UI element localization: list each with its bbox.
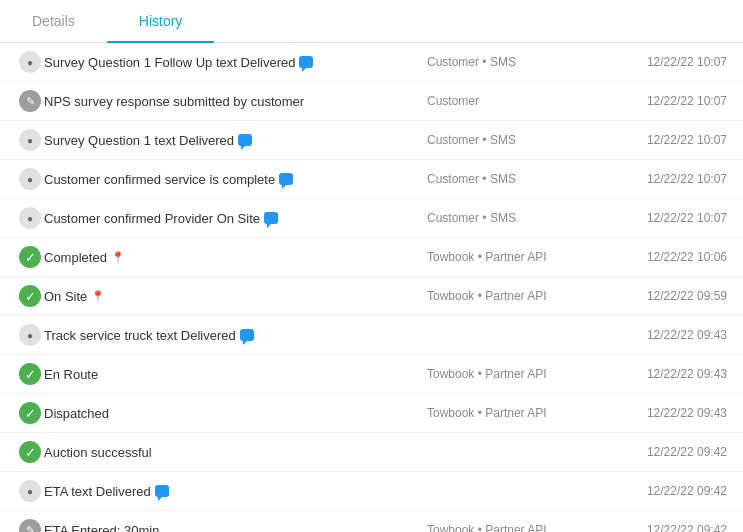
event-label: Auction successful (44, 445, 152, 460)
event-name: ETA text Delivered (44, 484, 427, 499)
event-label: Survey Question 1 text Delivered (44, 133, 234, 148)
event-label: On Site (44, 289, 87, 304)
row-icon-col: ● (16, 168, 44, 190)
event-label: ETA Entered: 30min (44, 523, 159, 533)
check-icon: ✓ (19, 246, 41, 268)
event-time: 12/22/22 09:43 (607, 328, 727, 342)
row-icon-col: ✎ (16, 90, 44, 112)
event-time: 12/22/22 09:43 (607, 367, 727, 381)
row-icon-col: ✓ (16, 285, 44, 307)
event-label: Customer confirmed Provider On Site (44, 211, 260, 226)
chat-icon: ● (19, 129, 41, 151)
event-time: 12/22/22 09:43 (607, 406, 727, 420)
chat-icon: ● (19, 480, 41, 502)
history-row: ●Survey Question 1 text DeliveredCustome… (0, 121, 743, 160)
row-icon-col: ● (16, 324, 44, 346)
history-row: ●Track service truck text Delivered12/22… (0, 316, 743, 355)
event-time: 12/22/22 09:42 (607, 523, 727, 532)
event-name: En Route (44, 367, 427, 382)
history-row: ✓On Site📍Towbook • Partner API12/22/22 0… (0, 277, 743, 316)
row-icon-col: ● (16, 480, 44, 502)
chat-bubble-icon (299, 56, 313, 68)
event-source: Customer • SMS (427, 55, 607, 69)
event-source: Towbook • Partner API (427, 523, 607, 532)
event-label: Survey Question 1 Follow Up text Deliver… (44, 55, 295, 70)
event-label: Customer confirmed service is complete (44, 172, 275, 187)
pencil-icon: ✎ (19, 519, 41, 532)
chat-icon: ● (19, 324, 41, 346)
event-name: Completed📍 (44, 250, 427, 265)
pin-icon: 📍 (91, 290, 105, 303)
chat-bubble-icon (238, 134, 252, 146)
event-source: Customer • SMS (427, 172, 607, 186)
chat-icon: ● (19, 207, 41, 229)
event-time: 12/22/22 10:07 (607, 211, 727, 225)
event-time: 12/22/22 10:07 (607, 172, 727, 186)
event-name: On Site📍 (44, 289, 427, 304)
check-icon: ✓ (19, 441, 41, 463)
event-time: 12/22/22 09:59 (607, 289, 727, 303)
event-source: Towbook • Partner API (427, 250, 607, 264)
event-name: Survey Question 1 text Delivered (44, 133, 427, 148)
event-name: NPS survey response submitted by custome… (44, 94, 427, 109)
event-source: Towbook • Partner API (427, 289, 607, 303)
tab-details[interactable]: Details (0, 1, 107, 43)
chat-icon: ● (19, 168, 41, 190)
row-icon-col: ● (16, 129, 44, 151)
pencil-icon: ✎ (19, 90, 41, 112)
event-time: 12/22/22 09:42 (607, 445, 727, 459)
row-icon-col: ● (16, 207, 44, 229)
row-icon-col: ✓ (16, 441, 44, 463)
event-name: ETA Entered: 30min (44, 523, 427, 533)
row-icon-col: ✎ (16, 519, 44, 532)
event-label: Dispatched (44, 406, 109, 421)
event-name: Dispatched (44, 406, 427, 421)
event-label: Completed (44, 250, 107, 265)
event-name: Survey Question 1 Follow Up text Deliver… (44, 55, 427, 70)
event-name: Customer confirmed service is complete (44, 172, 427, 187)
row-icon-col: ● (16, 51, 44, 73)
event-label: ETA text Delivered (44, 484, 151, 499)
chat-icon: ● (19, 51, 41, 73)
event-source: Towbook • Partner API (427, 367, 607, 381)
history-row: ●Customer confirmed Provider On SiteCust… (0, 199, 743, 238)
check-icon: ✓ (19, 363, 41, 385)
event-time: 12/22/22 10:06 (607, 250, 727, 264)
tab-history[interactable]: History (107, 1, 215, 43)
event-label: NPS survey response submitted by custome… (44, 94, 304, 109)
event-time: 12/22/22 09:42 (607, 484, 727, 498)
history-list: ●Survey Question 1 Follow Up text Delive… (0, 43, 743, 532)
chat-bubble-icon (279, 173, 293, 185)
history-row: ✎NPS survey response submitted by custom… (0, 82, 743, 121)
event-source: Customer (427, 94, 607, 108)
event-time: 12/22/22 10:07 (607, 55, 727, 69)
history-row: ●Customer confirmed service is completeC… (0, 160, 743, 199)
event-source: Towbook • Partner API (427, 406, 607, 420)
tabs-container: Details History (0, 0, 743, 43)
event-name: Auction successful (44, 445, 427, 460)
chat-bubble-icon (240, 329, 254, 341)
event-source: Customer • SMS (427, 133, 607, 147)
row-icon-col: ✓ (16, 402, 44, 424)
event-label: En Route (44, 367, 98, 382)
history-row: ●Survey Question 1 Follow Up text Delive… (0, 43, 743, 82)
history-row: ✓En RouteTowbook • Partner API12/22/22 0… (0, 355, 743, 394)
check-icon: ✓ (19, 285, 41, 307)
history-row: ✎ETA Entered: 30minTowbook • Partner API… (0, 511, 743, 532)
chat-bubble-icon (155, 485, 169, 497)
event-source: Customer • SMS (427, 211, 607, 225)
event-name: Track service truck text Delivered (44, 328, 427, 343)
row-icon-col: ✓ (16, 246, 44, 268)
history-row: ✓Completed📍Towbook • Partner API12/22/22… (0, 238, 743, 277)
history-row: ●ETA text Delivered12/22/22 09:42 (0, 472, 743, 511)
event-time: 12/22/22 10:07 (607, 94, 727, 108)
history-row: ✓Auction successful12/22/22 09:42 (0, 433, 743, 472)
chat-bubble-icon (264, 212, 278, 224)
pin-icon: 📍 (111, 251, 125, 264)
history-row: ✓DispatchedTowbook • Partner API12/22/22… (0, 394, 743, 433)
event-label: Track service truck text Delivered (44, 328, 236, 343)
event-time: 12/22/22 10:07 (607, 133, 727, 147)
row-icon-col: ✓ (16, 363, 44, 385)
check-icon: ✓ (19, 402, 41, 424)
event-name: Customer confirmed Provider On Site (44, 211, 427, 226)
